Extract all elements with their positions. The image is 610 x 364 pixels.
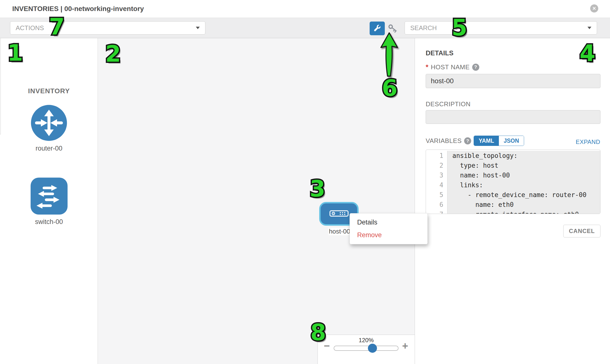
search-dropdown[interactable]: SEARCH xyxy=(405,21,597,35)
expand-link[interactable]: EXPAND xyxy=(576,139,600,145)
router-icon xyxy=(31,138,67,142)
code-line: 5 - remote_device_name: router-00 xyxy=(426,190,600,200)
host-name-field[interactable] xyxy=(426,74,600,88)
inventory-sidebar-title: INVENTORY xyxy=(0,87,98,95)
host-icon xyxy=(329,210,349,218)
sidebar-edge-divider xyxy=(0,38,1,134)
line-text: - remote_device_name: router-00 xyxy=(447,190,600,200)
details-panel: DETAILS * HOST NAME ? DESCRIPTION VARIAB… xyxy=(415,38,610,364)
credentials-key-button[interactable] xyxy=(387,23,399,35)
variables-format-toggle: YAML JSON xyxy=(474,136,524,146)
palette-item-label: router-00 xyxy=(0,145,98,152)
toggle-json-button[interactable]: JSON xyxy=(499,136,524,146)
line-number: 1 xyxy=(426,151,447,161)
page-title: INVENTORIES | 00-networking-inventory xyxy=(12,0,144,18)
code-line: 7 remote_interface_name: eth0 xyxy=(426,209,600,214)
search-placeholder: SEARCH xyxy=(410,24,437,32)
toolbar: ACTIONS xyxy=(0,18,610,38)
host-node-label: host-00 xyxy=(328,228,350,235)
code-line: 6 name: eth0 xyxy=(426,200,600,209)
zoom-out-icon[interactable]: − xyxy=(323,341,331,351)
chevron-down-icon xyxy=(587,27,591,29)
line-text: name: eth0 xyxy=(447,200,600,209)
actions-dropdown-label: ACTIONS xyxy=(16,24,44,32)
variables-label: VARIABLES xyxy=(426,137,462,145)
palette-item-label: switch-00 xyxy=(0,218,98,226)
description-label-row: DESCRIPTION xyxy=(426,100,470,108)
line-number: 3 xyxy=(426,170,447,180)
line-text: ansible_topology: xyxy=(447,151,600,161)
title-bar: INVENTORIES | 00-networking-inventory ✕ xyxy=(0,0,610,18)
help-icon[interactable]: ? xyxy=(472,64,479,71)
line-text: links: xyxy=(447,180,600,190)
zoom-in-icon[interactable]: + xyxy=(401,341,409,351)
inventory-sidebar: INVENTORY xyxy=(0,38,98,364)
menu-item-remove[interactable]: Remove xyxy=(350,229,427,241)
node-context-menu: Details Remove xyxy=(350,213,428,244)
code-line: 3 name: host-00 xyxy=(426,170,600,180)
configure-button[interactable] xyxy=(370,22,385,35)
description-label: DESCRIPTION xyxy=(426,100,470,108)
code-line: 1 ansible_topology: xyxy=(426,151,600,161)
actions-dropdown[interactable]: ACTIONS xyxy=(10,21,205,35)
line-number: 5 xyxy=(426,190,447,200)
line-number: 7 xyxy=(426,209,447,214)
chevron-down-icon xyxy=(196,27,200,29)
line-text: type: host xyxy=(447,161,600,170)
help-icon[interactable]: ? xyxy=(464,137,471,144)
inventory-topology-app: INVENTORIES | 00-networking-inventory ✕ … xyxy=(0,0,610,364)
line-number: 2 xyxy=(426,161,447,170)
palette-item-router[interactable]: router-00 xyxy=(0,104,98,152)
details-panel-title: DETAILS xyxy=(426,50,454,57)
cancel-button[interactable]: CANCEL xyxy=(563,225,600,237)
host-name-label-row: * HOST NAME ? xyxy=(426,63,479,71)
close-icon[interactable]: ✕ xyxy=(590,4,598,13)
zoom-slider-thumb[interactable] xyxy=(368,344,377,353)
zoom-level-value: 120% xyxy=(318,337,415,344)
zoom-slider[interactable] xyxy=(334,346,399,351)
host-name-label: HOST NAME xyxy=(431,63,470,71)
description-field[interactable] xyxy=(426,110,600,124)
line-number: 4 xyxy=(426,180,447,190)
variables-code-editor[interactable]: 1 ansible_topology: 2 type: host 3 name:… xyxy=(426,150,600,214)
line-number: 6 xyxy=(426,200,447,209)
topology-canvas[interactable]: host-00 Details Remove xyxy=(98,38,415,364)
wrench-icon xyxy=(373,24,382,33)
menu-item-details[interactable]: Details xyxy=(350,216,427,229)
zoom-control-panel: 120% − + xyxy=(317,335,415,364)
toggle-yaml-button[interactable]: YAML xyxy=(474,136,499,146)
code-line: 4 links: xyxy=(426,180,600,190)
required-asterisk: * xyxy=(426,63,428,71)
palette-item-switch[interactable]: switch-00 xyxy=(0,178,98,226)
line-text: name: host-00 xyxy=(447,170,600,180)
variables-label-row: VARIABLES ? xyxy=(426,137,471,145)
line-text: remote_interface_name: eth0 xyxy=(447,209,600,214)
key-icon xyxy=(387,23,399,35)
code-line: 2 type: host xyxy=(426,161,600,170)
switch-icon xyxy=(31,211,67,215)
